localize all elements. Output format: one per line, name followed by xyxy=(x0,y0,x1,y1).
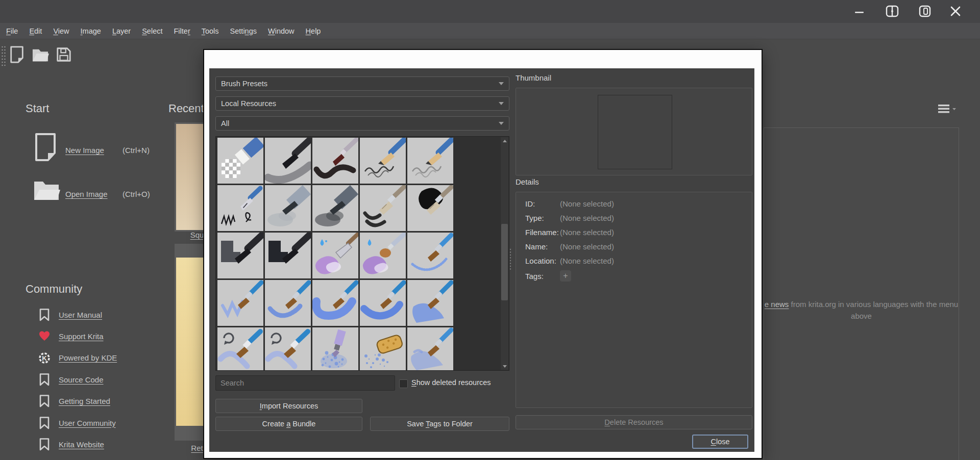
community-link-getting-started[interactable]: Getting Started xyxy=(59,397,110,405)
brush-preset-tile[interactable] xyxy=(407,280,453,326)
brush-preset-tile[interactable] xyxy=(265,280,311,326)
tile-window-button[interactable] xyxy=(881,3,903,19)
brush-preset-tile[interactable] xyxy=(360,138,406,184)
news-rest: from krita.org in various languages with… xyxy=(789,300,958,320)
splitter-handle[interactable] xyxy=(509,248,512,270)
menu-help[interactable]: Help xyxy=(300,27,327,35)
thumbnail-preview xyxy=(598,95,672,169)
news-text: e news from krita.org in various languag… xyxy=(764,298,959,322)
menu-select[interactable]: Select xyxy=(136,27,168,35)
brush-preset-tile[interactable] xyxy=(360,280,406,326)
brush-preset-tile[interactable] xyxy=(360,233,406,278)
scrollbar-thumb[interactable] xyxy=(501,224,508,300)
hamburger-menu-icon xyxy=(937,104,958,115)
menu-tools[interactable]: Tools xyxy=(196,27,225,35)
brush-preset-tile[interactable] xyxy=(407,233,453,278)
brush-preset-tile[interactable] xyxy=(217,280,263,326)
manage-resources-dialog: Brush Presets Local Resources All xyxy=(204,50,762,458)
grid-vertical-scrollbar[interactable] xyxy=(501,137,508,370)
chevron-down-icon xyxy=(499,122,504,125)
save-tags-button[interactable]: Save Tags to Folder xyxy=(370,417,509,431)
menu-filter[interactable]: Filter xyxy=(168,27,195,35)
brush-preset-tile[interactable] xyxy=(265,138,311,184)
brush-preset-tile[interactable] xyxy=(265,233,311,278)
brush-preset-tile[interactable] xyxy=(312,280,358,326)
scroll-up-button[interactable] xyxy=(501,137,508,144)
community-link-powered-by-kde[interactable]: Powered by KDE xyxy=(59,353,117,362)
open-folder-icon xyxy=(31,46,50,63)
show-deleted-checkbox[interactable] xyxy=(399,379,408,388)
add-tag-button[interactable]: + xyxy=(560,270,571,282)
community-link-support-krita[interactable]: Support Krita xyxy=(59,332,104,341)
community-link-krita-website[interactable]: Krita Website xyxy=(59,440,104,449)
community-row: Source Code xyxy=(38,372,104,387)
dialog-content: Brush Presets Local Resources All xyxy=(209,68,754,452)
scroll-down-button[interactable] xyxy=(501,363,508,370)
open-image-link[interactable]: Open Image xyxy=(65,190,108,198)
menu-edit[interactable]: Edit xyxy=(23,27,47,35)
svg-text:K: K xyxy=(42,354,47,362)
new-document-icon xyxy=(9,45,25,64)
brush-preset-tile[interactable] xyxy=(265,185,311,231)
create-bundle-button[interactable]: Create a Bundle xyxy=(215,417,362,431)
brush-preset-tile[interactable] xyxy=(265,327,311,371)
menu-layer[interactable]: Layer xyxy=(107,27,136,35)
brush-preset-tile[interactable] xyxy=(407,327,453,371)
brush-preset-tile[interactable] xyxy=(312,138,358,184)
menu-settings[interactable]: Settings xyxy=(225,27,262,35)
news-options-button[interactable] xyxy=(937,104,958,117)
delete-resources-button[interactable]: Delete Resources xyxy=(516,415,752,429)
new-image-shortcut: (Ctrl+N) xyxy=(122,146,150,155)
details-panel: ID:(None selected)Type:(None selected)Fi… xyxy=(516,192,752,408)
details-field-label: Location: xyxy=(525,257,556,265)
brush-preset-tile[interactable] xyxy=(217,233,263,278)
menu-image[interactable]: Image xyxy=(75,27,107,35)
search-input[interactable] xyxy=(215,375,395,391)
brush-preset-tile[interactable] xyxy=(312,233,358,278)
minimize-button[interactable] xyxy=(848,3,871,19)
kde-icon: K xyxy=(38,352,51,364)
save-document-button[interactable] xyxy=(53,44,75,65)
new-document-button[interactable] xyxy=(6,44,28,65)
community-link-user-manual[interactable]: User Manual xyxy=(59,311,102,319)
minimize-icon xyxy=(853,5,866,17)
open-document-button[interactable] xyxy=(30,44,51,65)
menu-file[interactable]: File xyxy=(1,27,23,35)
storage-select[interactable]: Local Resources xyxy=(215,96,509,111)
triangle-up-icon xyxy=(503,140,507,142)
brush-preset-tile[interactable] xyxy=(407,185,453,231)
details-field-value: (None selected) xyxy=(560,257,614,265)
resource-type-select[interactable]: Brush Presets xyxy=(215,76,509,91)
community-heading: Community xyxy=(26,283,82,296)
brush-preset-tile[interactable] xyxy=(217,185,263,231)
import-resources-button[interactable]: Import Resources xyxy=(215,399,362,413)
brush-preset-tile[interactable] xyxy=(217,327,263,371)
restore-window-button[interactable] xyxy=(914,3,936,19)
brush-preset-tile[interactable] xyxy=(312,327,358,371)
brush-preset-tile[interactable] xyxy=(360,185,406,231)
start-heading: Start xyxy=(26,102,49,115)
community-row: User Manual xyxy=(38,307,102,322)
community-link-source-code[interactable]: Source Code xyxy=(59,375,104,384)
news-panel: e news from krita.org in various languag… xyxy=(764,127,959,460)
brush-preset-tile[interactable] xyxy=(217,138,263,184)
window-titlebar[interactable] xyxy=(0,0,980,23)
bookmark-icon xyxy=(38,308,51,322)
dialog-titlebar[interactable] xyxy=(204,50,762,67)
thumbnail-heading: Thumbnail xyxy=(516,73,551,82)
tag-filter-select[interactable]: All xyxy=(215,116,509,131)
brush-preset-tile[interactable] xyxy=(312,185,358,231)
chevron-down-icon xyxy=(499,102,504,105)
save-floppy-icon xyxy=(56,46,72,63)
brush-preset-tile[interactable] xyxy=(407,138,453,184)
menu-view[interactable]: View xyxy=(47,27,75,35)
new-image-icon xyxy=(34,133,57,164)
news-link[interactable]: e news xyxy=(765,300,789,309)
close-window-button[interactable] xyxy=(944,3,967,19)
community-link-user-community[interactable]: User Community xyxy=(59,419,116,427)
new-image-link[interactable]: New Image xyxy=(65,146,104,155)
menu-window[interactable]: Window xyxy=(262,27,300,35)
bookmark-icon xyxy=(38,373,51,387)
brush-preset-tile[interactable] xyxy=(360,327,406,371)
close-button[interactable]: Close xyxy=(692,435,748,449)
